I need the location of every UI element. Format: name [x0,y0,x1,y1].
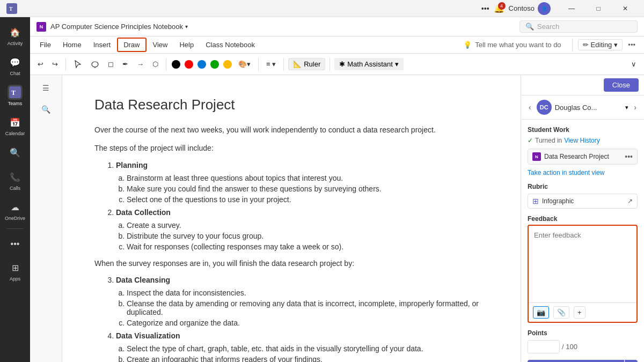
menu-insert[interactable]: Insert [88,39,116,51]
onedrive-icon: ☁ [8,200,23,215]
next-student-button[interactable]: › [632,102,639,113]
return-button[interactable]: Return [528,360,624,362]
page-sidebar: ☰ 🔍 [30,75,62,362]
menu-file[interactable]: File [34,39,56,51]
menu-more-button[interactable]: ••• [624,39,640,51]
arrow-button[interactable]: → [134,58,147,70]
menu-home[interactable]: Home [57,39,87,51]
tell-me-bar[interactable]: 💡 Tell me what you want to do [458,41,566,49]
window-top-bar: T ••• 🔔 4 Contoso 👤 — □ ✕ [0,0,644,17]
color-green[interactable] [210,60,219,69]
notification-button[interactable]: 🔔 4 [494,3,504,13]
search-pages-button[interactable]: 🔍 [38,101,55,118]
rubric-label: Rubric [528,183,638,190]
main-list-2: Data Cleansing Inspect the data for inco… [105,276,488,362]
sidebar-item-calls[interactable]: 📞 Calls [0,166,30,194]
ruler-button[interactable]: 📐 Ruler [288,58,325,70]
list-item: Create a survey. [127,221,488,230]
menu-view[interactable]: View [148,39,173,51]
teams-sidebar: 🏠 Activity 💬 Chat T Teams 📅 Calendar 🔍 📞… [0,17,30,362]
sidebar-item-more[interactable]: ••• [0,233,30,255]
student-name: Douglas Co... [555,104,623,112]
points-section: Points / 100 [528,329,638,353]
color-red[interactable] [185,60,193,69]
sidebar-item-activity[interactable]: 🏠 Activity [0,21,30,49]
select-tool-button[interactable] [70,58,85,71]
color-picker-button[interactable]: 🎨▾ [235,58,254,70]
menu-help[interactable]: Help [174,39,199,51]
data-visualization-sublist: Select the type of chart, graph, table, … [116,344,488,362]
doc-more-button[interactable]: ••• [625,152,633,161]
list-item: Brainstorm at least three questions abou… [127,174,488,182]
list-item: Select one of the questions to use in yo… [127,195,488,204]
planning-title: Planning [116,161,148,169]
feedback-attach-button[interactable]: 📎 [553,306,569,319]
rubric-expand-icon[interactable]: ↗ [627,197,633,205]
math-assistant-button[interactable]: ✱ Math Assistant ▾ [334,58,404,70]
user-avatar: 👤 [538,2,551,15]
take-action-link[interactable]: Take action in student view [528,169,638,176]
sidebar-item-chat[interactable]: 💬 Chat [0,51,30,79]
svg-text:T: T [11,89,16,97]
data-collection-sublist: Create a survey. Distribute the survey t… [116,221,488,251]
feedback-section: Feedback 📷 📎 + [528,215,638,323]
eraser-button[interactable]: ◻ [105,58,117,70]
more-options-icon[interactable]: ••• [481,4,489,13]
data-cleansing-title: Data Cleansing [116,276,170,284]
menu-class-notebook[interactable]: Class Notebook [200,39,260,51]
document-content: Data Research Project Over the course of… [62,75,521,362]
list-item: Select the type of chart, graph, table, … [127,344,488,353]
points-input[interactable] [528,340,560,353]
sidebar-item-teams[interactable]: T Teams [0,82,30,109]
svg-text:T: T [9,6,13,12]
list-item-planning: Planning Brainstorm at least three quest… [116,161,488,204]
view-history-link[interactable]: View History [564,137,599,144]
pages-list-button[interactable]: ☰ [38,79,55,97]
rubric-section: Rubric ⊞ Infographic ↗ [528,183,638,209]
menu-draw[interactable]: Draw [117,38,146,52]
list-item: Distribute the survey to your focus grou… [127,232,488,240]
sidebar-item-onedrive[interactable]: ☁ OneDrive [0,196,30,224]
data-collection-title: Data Collection [116,208,171,217]
toolbar-expand-button[interactable]: ∨ [628,58,640,70]
color-black[interactable] [172,60,180,69]
document-item: N Data Research Project ••• [528,149,638,165]
turned-in-status: ✓ Turned in View History [528,137,638,144]
feedback-add-button[interactable]: + [574,306,586,319]
doc-name: Data Research Project [544,153,621,160]
data-cleansing-sublist: Inspect the data for inconsistencies. Cl… [116,289,488,327]
undo-button[interactable]: ↩ [34,58,47,70]
dropdown-chevron-icon[interactable]: ▾ [625,104,628,111]
intro-paragraph: Over the course of the next two weeks, y… [94,124,488,136]
window-close-button[interactable]: ✕ [613,0,638,17]
lasso-tool-button[interactable] [87,58,103,71]
maximize-button[interactable]: □ [586,0,611,17]
prev-student-button[interactable]: ‹ [526,102,533,113]
close-panel-button[interactable]: Close [604,78,639,92]
feedback-textarea[interactable] [529,226,636,301]
points-label: Points [528,329,638,337]
user-area[interactable]: Contoso 👤 [509,2,551,15]
toolbar: ↩ ↪ ◻ ✒ → ⬡ 🎨▾ ≡ ▾ 📐 Rul [30,54,644,75]
redo-button[interactable]: ↪ [49,58,61,70]
shape-button[interactable]: ⬡ [149,58,162,70]
right-panel: Close ‹ DC Douglas Co... ▾ › Student Wor… [521,75,644,362]
search-bar[interactable]: 🔍 Search [519,20,638,33]
sidebar-item-search[interactable]: 🔍 [0,142,30,164]
math-icon: ✱ [339,60,345,68]
color-blue[interactable] [197,60,206,69]
feedback-label: Feedback [528,215,638,223]
feedback-video-button[interactable]: 📷 [533,306,549,319]
color-yellow[interactable] [223,60,232,69]
rubric-selector[interactable]: ⊞ Infographic ↗ [528,194,638,209]
list-item-data-collection: Data Collection Create a survey. Distrib… [116,208,488,251]
sidebar-item-apps[interactable]: ⊞ Apps [0,257,30,285]
return-dropdown-button[interactable]: ▾ [625,360,638,362]
minimize-button[interactable]: — [559,0,584,17]
pen-button[interactable]: ✒ [119,58,131,70]
editing-button[interactable]: ✏ Editing ▾ [578,39,623,50]
lines-button[interactable]: ≡ ▾ [263,58,279,70]
sidebar-item-calendar[interactable]: 📅 Calendar [0,112,30,139]
rubric-grid-icon: ⊞ [532,197,539,205]
steps-intro: The steps of the project will include: [94,142,488,154]
